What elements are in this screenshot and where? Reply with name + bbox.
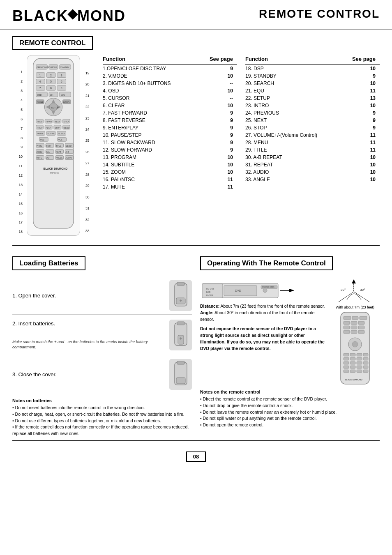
remote-notes-title: Notes on the remote control: [200, 389, 380, 394]
function-page: 10: [198, 168, 237, 176]
function-page: 10: [342, 80, 380, 87]
svg-rect-129: [351, 321, 357, 325]
function-row: 32. AUDIO10: [245, 168, 380, 176]
svg-text:F.REV: F.REV: [37, 127, 43, 129]
label-21: 21: [85, 94, 95, 98]
svg-text:REPT: REPT: [56, 151, 61, 153]
svg-rect-154: [363, 366, 368, 368]
function-row: 33. ANGLE10: [245, 176, 380, 183]
svg-text:A-B: A-B: [66, 151, 69, 153]
function-row: 28. MENU11: [245, 139, 380, 146]
svg-point-138: [352, 341, 358, 347]
function-page: 9: [342, 124, 380, 131]
label-22: 22: [85, 105, 95, 109]
function-page: --: [198, 94, 237, 102]
function-page: 11: [342, 131, 380, 139]
operating-diagram: RC OUT EAR ENTER DVD POWER MP3: [200, 279, 380, 385]
function-row: 23. INTRO10: [245, 102, 380, 109]
remote-note-item: Do not leave the remote control near an …: [200, 409, 380, 416]
remote-notes-section: Notes on the remote control Direct the r…: [200, 389, 380, 428]
label-23: 23: [85, 116, 95, 120]
label-31: 31: [85, 206, 95, 210]
function-row: 12. SLOW FORWARD9: [103, 146, 237, 154]
svg-rect-147: [344, 362, 349, 364]
function-name: 3. DIGITS AND 10+ BUTTONS: [103, 80, 198, 87]
function-page: 10: [198, 161, 237, 168]
angle-svg: 30° 30°: [330, 279, 378, 304]
section-divider: [12, 245, 380, 246]
step-3-svg: [171, 360, 191, 389]
function-name: 21. EQU: [245, 87, 342, 94]
svg-text:PAL: PAL: [46, 151, 50, 153]
function-page: 10: [342, 168, 380, 176]
label-6: 6: [12, 117, 23, 121]
remote-labels-right: 19 20 21 22 23 24 25 26 27 28 29 30 31 3…: [85, 55, 95, 237]
svg-text:MENU: MENU: [66, 145, 72, 147]
label-29: 29: [85, 184, 95, 188]
remote-small-image: BLACK DIAMOND: [330, 311, 380, 385]
svg-text:9: 9: [61, 87, 62, 90]
function-tables: Function See page 1.OPEN/CLOSE DISC TRAY…: [103, 55, 380, 237]
label-28: 28: [85, 173, 95, 177]
distance-label: Distance:: [200, 304, 219, 309]
svg-text:SETUP: SETUP: [51, 106, 59, 109]
battery-note-item: Do not insert batteries into the remote …: [12, 405, 192, 411]
angle-text: About 30° in each direction of the front…: [200, 310, 315, 322]
svg-rect-130: [358, 321, 364, 325]
battery-note-item: If the remote control does not function …: [12, 424, 192, 437]
label-11: 11: [12, 164, 23, 168]
svg-text:SUBT: SUBT: [46, 145, 51, 147]
svg-rect-153: [357, 366, 362, 368]
step-2-text: 2. Insert batteries.: [12, 320, 163, 327]
remote-notes-list: Direct the remote control at the remote …: [200, 396, 380, 428]
function-page: 9: [342, 72, 380, 80]
svg-rect-155: [344, 370, 349, 373]
svg-rect-150: [363, 362, 368, 364]
loading-batteries-label: Loading Batteries: [12, 256, 85, 270]
function-page: 11: [198, 176, 237, 183]
svg-rect-133: [358, 326, 364, 329]
function-name: 8. FAST REVERSE: [103, 117, 198, 124]
function-row: 31. REPEAT10: [245, 161, 380, 168]
function-row: 13. PROGRAM10: [103, 154, 237, 161]
function-name: 14. SUBTITLE: [103, 161, 198, 168]
remote-svg: OPEN/CLOSE V.MODE STANDBY 1 2 3: [27, 55, 80, 236]
svg-rect-139: [344, 353, 349, 356]
step-1-svg: [171, 281, 191, 310]
svg-rect-143: [344, 357, 349, 360]
function-name: 12. SLOW FORWARD: [103, 146, 198, 154]
function-name: 28. MENU: [245, 139, 342, 146]
svg-text:SL.BCK: SL.BCK: [58, 133, 65, 135]
function-table-right: Function See page 18. DSP1019. STANDBY92…: [245, 55, 380, 237]
svg-text:10+: 10+: [50, 94, 53, 96]
function-page: 11: [198, 183, 237, 191]
svg-rect-126: [352, 316, 358, 320]
svg-rect-142: [363, 353, 368, 356]
remote-note-item: Do not open the remote control.: [200, 422, 380, 428]
function-row: 29. TITLE11: [245, 146, 380, 154]
function-name: 33. ANGLE: [245, 176, 342, 183]
function-row: 19. STANDBY9: [245, 72, 380, 80]
svg-text:AUDIO: AUDIO: [66, 157, 72, 159]
remote-body: 1 2 3 4 5 6 7 8 9 10 11 12 13 14: [12, 55, 380, 237]
function-name: 32. AUDIO: [245, 168, 342, 176]
svg-text:STANDBY: STANDBY: [60, 67, 70, 69]
remote-note-item: Direct the remote control at the remote …: [200, 396, 380, 403]
step-3-text: 3. Close the cover.: [12, 371, 163, 378]
svg-rect-152: [350, 366, 355, 368]
remote-note-item: Do not spill water or put anything wet o…: [200, 415, 380, 422]
svg-rect-149: [357, 362, 362, 364]
function-page: 10: [342, 154, 380, 161]
function-name: 29. TITLE: [245, 146, 342, 154]
svg-rect-128: [344, 321, 350, 325]
remote-warning: Dot not expose the remote sensor of the …: [200, 326, 326, 352]
header-section-title: REMOTE CONTROL: [259, 7, 380, 21]
svg-text:2: 2: [50, 74, 52, 77]
function-page: 10: [198, 154, 237, 161]
svg-text:INTRO: INTRO: [63, 101, 69, 104]
step-2-image: [169, 320, 192, 350]
function-row: 22. SETUP13: [245, 94, 380, 102]
function-name: 20. SEARCH: [245, 80, 342, 87]
label-14: 14: [12, 192, 23, 196]
angle-caption: With about 7m (23 feet): [330, 305, 380, 309]
